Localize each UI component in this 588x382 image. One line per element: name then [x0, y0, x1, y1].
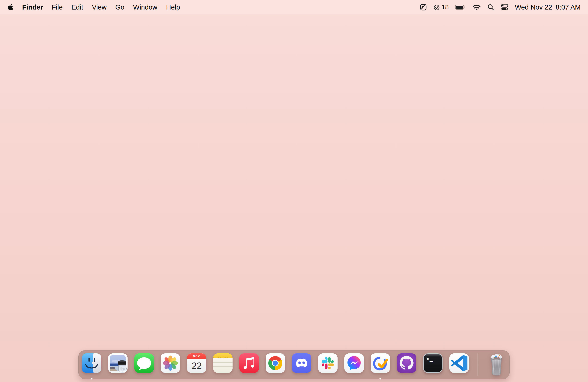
- dock-item-ticktick[interactable]: [371, 353, 390, 373]
- spotlight-button[interactable]: [487, 4, 494, 11]
- music-icon: [239, 353, 259, 373]
- control-center-button[interactable]: [501, 4, 509, 11]
- menu-window[interactable]: Window: [133, 0, 157, 14]
- task-menu-extra[interactable]: 18: [433, 3, 449, 11]
- chrome-icon: [266, 353, 285, 373]
- notes-icon: [213, 353, 232, 373]
- dock-divider: [478, 353, 478, 376]
- vscode-icon: [449, 353, 469, 373]
- finder-icon: [82, 353, 101, 373]
- terminal-icon: >_: [423, 353, 442, 373]
- messages-icon: [134, 353, 154, 373]
- running-indicator: [379, 378, 381, 380]
- menu-file[interactable]: File: [52, 0, 63, 14]
- dock-item-discord[interactable]: [292, 353, 311, 373]
- apple-icon: [8, 4, 13, 11]
- apple-menu[interactable]: [8, 4, 13, 11]
- search-icon: [487, 4, 494, 11]
- dock-item-vscode[interactable]: [449, 353, 469, 373]
- macos-desktop: { "wallpaper": { "top_color": "#f9dcd8",…: [0, 0, 588, 382]
- wifi-icon: [472, 4, 481, 11]
- dock-item-notes[interactable]: [213, 353, 232, 373]
- ticktick-icon: [371, 353, 390, 373]
- dock-item-preview[interactable]: [108, 353, 127, 373]
- dock: NOV 22: [78, 350, 510, 379]
- running-indicator: [91, 378, 93, 380]
- menu-view[interactable]: View: [92, 0, 106, 14]
- dock-item-terminal[interactable]: >_: [423, 353, 442, 373]
- menu-bar-status: 18: [420, 3, 581, 11]
- clock-time: 8:07 AM: [556, 3, 581, 11]
- calendar-month: NOV: [187, 353, 206, 359]
- dock-item-music[interactable]: [239, 353, 259, 373]
- photos-icon: [161, 353, 180, 373]
- dock-item-calendar[interactable]: NOV 22: [187, 353, 206, 373]
- github-icon: [397, 353, 416, 373]
- calendar-day: 22: [187, 359, 206, 373]
- battery-status[interactable]: [455, 4, 466, 10]
- check-circle-icon: [433, 4, 440, 11]
- task-badge-count: 18: [441, 3, 449, 11]
- menu-finder[interactable]: Finder: [22, 0, 43, 14]
- dock-item-slack[interactable]: [318, 353, 337, 373]
- calendar-icon: NOV 22: [187, 353, 206, 373]
- dock-item-trash[interactable]: [487, 353, 506, 377]
- trash-full-icon: [487, 353, 506, 377]
- dock-item-photos[interactable]: [161, 353, 180, 373]
- dock-item-chrome[interactable]: [266, 353, 285, 373]
- menu-help[interactable]: Help: [166, 0, 180, 14]
- control-center-icon: [501, 4, 509, 11]
- menu-go[interactable]: Go: [115, 0, 125, 14]
- discord-icon: [292, 353, 311, 373]
- folded-shape-menu-extra-icon: [420, 4, 427, 11]
- dock-item-messenger[interactable]: [344, 353, 364, 373]
- dock-item-finder[interactable]: [82, 353, 101, 373]
- menu-extra-button[interactable]: [420, 4, 427, 11]
- dock-item-github[interactable]: [397, 353, 416, 373]
- terminal-prompt-glyph: >_: [426, 356, 433, 362]
- messenger-icon: [344, 353, 364, 373]
- clock-date: Wed Nov 22: [515, 3, 552, 11]
- menu-bar-clock[interactable]: Wed Nov 22 8:07 AM: [515, 3, 581, 11]
- battery-full-icon: [455, 4, 466, 10]
- menu-edit[interactable]: Edit: [71, 0, 83, 14]
- slack-icon: [318, 353, 337, 373]
- wifi-status[interactable]: [472, 4, 481, 11]
- preview-icon: [108, 353, 127, 373]
- dock-item-messages[interactable]: [134, 353, 154, 373]
- menu-bar: Finder File Edit View Go Window Help 18: [0, 0, 588, 14]
- menu-bar-left: Finder File Edit View Go Window Help: [8, 0, 180, 14]
